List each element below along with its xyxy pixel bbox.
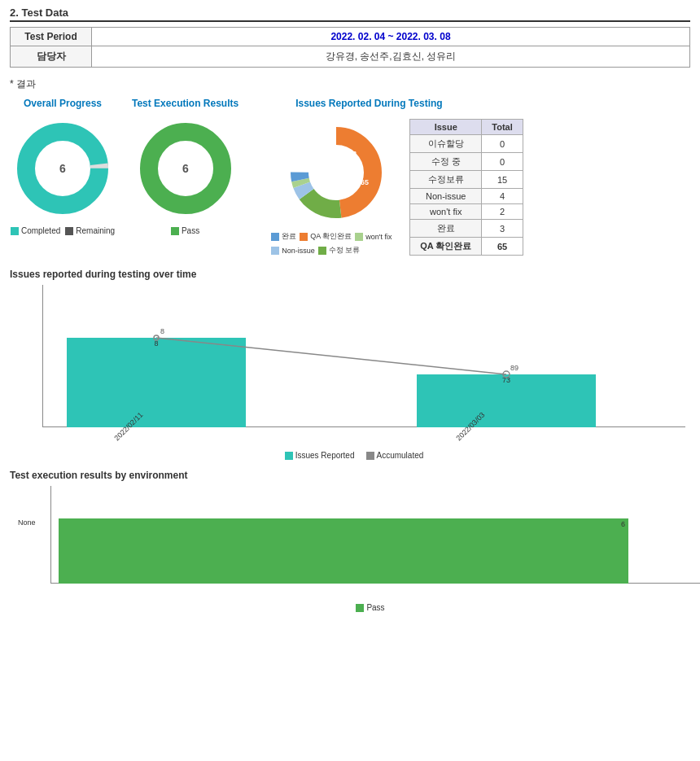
env-chart-legend: Pass bbox=[50, 603, 690, 612]
svg-text:8: 8 bbox=[352, 150, 357, 158]
env-bar-value: 6 bbox=[621, 520, 625, 528]
period-value: 2022. 02. 04 ~ 2022. 03. 08 bbox=[92, 28, 690, 46]
issue-total-3: 4 bbox=[482, 189, 523, 204]
legend-wanryo: 완료 bbox=[271, 231, 296, 242]
issue-total-2: 15 bbox=[482, 171, 523, 189]
overall-progress-legend: Completed Remaining bbox=[11, 226, 115, 235]
test-execution-donut: 6 bbox=[133, 116, 238, 221]
bar-chart-legend: Issues Reported Accumulated bbox=[18, 451, 690, 460]
accumulated-color bbox=[366, 452, 374, 460]
legend-sujeong: 수정 보류 bbox=[318, 245, 361, 256]
legend-wontfix: won't fix bbox=[355, 231, 392, 242]
issue-total-1: 0 bbox=[482, 153, 523, 171]
env-bar: 6 bbox=[59, 518, 628, 584]
assignee-value: 강유경, 송선주,김효신, 성유리 bbox=[92, 46, 690, 68]
legend-nonissue: Non-issue bbox=[271, 245, 315, 256]
remaining-color bbox=[65, 227, 73, 235]
bar-chart-section: Issues reported during testing over time… bbox=[10, 269, 690, 460]
pass-label: Pass bbox=[182, 226, 199, 235]
env-pass-label: Pass bbox=[366, 603, 384, 612]
overall-progress-donut: 6 bbox=[10, 116, 116, 221]
env-chart-title: Test execution results by environment bbox=[10, 470, 690, 481]
sujeong-label: 수정 보류 bbox=[329, 245, 361, 256]
test-execution-title: Test Execution Results bbox=[132, 98, 238, 109]
period-label: Test Period bbox=[11, 28, 92, 46]
env-y-label: None bbox=[18, 518, 36, 527]
nonissue-label: Non-issue bbox=[282, 247, 315, 255]
result-label: * 결과 bbox=[10, 77, 690, 91]
assignee-label: 담당자 bbox=[11, 46, 92, 68]
svg-text:89: 89 bbox=[510, 364, 518, 372]
svg-text:65: 65 bbox=[361, 178, 369, 186]
wanryo-label: 완료 bbox=[282, 231, 296, 242]
test-data-table: Test Period 2022. 02. 04 ~ 2022. 03. 08 … bbox=[10, 27, 690, 68]
issue-total-4: 2 bbox=[482, 204, 523, 220]
issue-name-5: 완료 bbox=[410, 220, 482, 238]
legend-env-pass: Pass bbox=[356, 603, 384, 612]
issues-reported-color bbox=[285, 452, 293, 460]
test-execution-chart: Test Execution Results 6 Pass bbox=[132, 98, 238, 235]
env-pass-color bbox=[356, 604, 364, 612]
accumulated-label: Accumulated bbox=[377, 451, 424, 460]
svg-text:8: 8 bbox=[160, 327, 164, 335]
issues-reported-container: 8 65 완료 QA 확인완료 bbox=[271, 116, 523, 256]
legend-completed: Completed bbox=[11, 226, 60, 235]
remaining-label: Remaining bbox=[76, 226, 115, 235]
env-chart-area: None 6 bbox=[50, 486, 700, 600]
col-total: Total bbox=[482, 120, 523, 135]
test-execution-legend: Pass bbox=[171, 226, 199, 235]
svg-text:6: 6 bbox=[59, 162, 66, 175]
issue-total-6: 65 bbox=[482, 238, 523, 256]
issues-donut-container: 8 65 완료 QA 확인완료 bbox=[271, 116, 401, 256]
wanryo-color bbox=[271, 233, 279, 241]
issue-name-4: won't fix bbox=[410, 204, 482, 220]
qa-color bbox=[300, 233, 308, 241]
issue-total-0: 0 bbox=[482, 135, 523, 153]
issue-name-6: QA 확인완료 bbox=[410, 238, 482, 256]
wontfix-label: won't fix bbox=[365, 233, 392, 241]
overall-progress-title: Overall Progress bbox=[24, 98, 102, 109]
legend-pass: Pass bbox=[171, 226, 199, 235]
issues-reported-label: Issues Reported bbox=[295, 451, 355, 460]
col-issue: Issue bbox=[410, 120, 482, 135]
env-chart-section: Test execution results by environment No… bbox=[10, 470, 690, 612]
charts-row: Overall Progress 6 Completed Remaining T… bbox=[10, 98, 690, 256]
issue-total-5: 3 bbox=[482, 220, 523, 238]
sujeong-color bbox=[318, 247, 326, 255]
nonissue-color bbox=[271, 247, 279, 255]
accumulated-line-svg: 8 89 bbox=[18, 285, 685, 448]
svg-text:6: 6 bbox=[182, 162, 189, 175]
issues-table: Issue Total 이슈할당0수정 중0수정보류15Non-issue4wo… bbox=[409, 119, 523, 256]
completed-color bbox=[11, 227, 19, 235]
completed-label: Completed bbox=[21, 226, 60, 235]
bar-chart-title: Issues reported during testing over time bbox=[10, 269, 690, 280]
issues-reported-donut: 8 65 bbox=[279, 116, 393, 230]
issue-name-1: 수정 중 bbox=[410, 153, 482, 171]
pass-color bbox=[171, 227, 179, 235]
legend-accumulated: Accumulated bbox=[366, 451, 424, 460]
legend-qa: QA 확인완료 bbox=[300, 231, 352, 242]
legend-issues-reported: Issues Reported bbox=[285, 451, 355, 460]
issue-name-2: 수정보류 bbox=[410, 171, 482, 189]
wontfix-color bbox=[355, 233, 363, 241]
issues-reported-title: Issues Reported During Testing bbox=[295, 98, 442, 109]
issue-name-3: Non-issue bbox=[410, 189, 482, 204]
section-title: 2. Test Data bbox=[10, 7, 690, 22]
qa-label: QA 확인완료 bbox=[310, 231, 352, 242]
bar-chart-area: 8 73 2022/02/11 2022/03/03 8 89 bbox=[18, 285, 685, 448]
svg-line-12 bbox=[156, 338, 506, 374]
overall-progress-chart: Overall Progress 6 Completed Remaining bbox=[10, 98, 116, 235]
issue-name-0: 이슈할당 bbox=[410, 135, 482, 153]
legend-remaining: Remaining bbox=[65, 226, 115, 235]
